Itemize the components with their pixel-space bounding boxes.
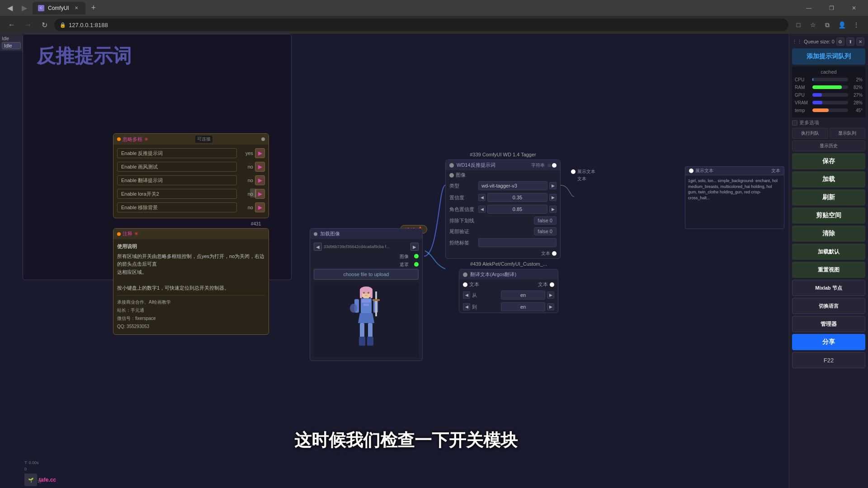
node-431-label: #431 — [251, 221, 261, 226]
queue-upload-icon[interactable]: ⬆ — [846, 38, 854, 46]
browser-tab-comfyui[interactable]: C ComfyUI ✕ — [33, 2, 85, 14]
translate-text-out[interactable] — [550, 282, 554, 287]
share-button[interactable]: 分享 — [792, 334, 865, 350]
load-image-connector-in[interactable] — [314, 232, 317, 236]
save-button[interactable]: 保存 — [792, 153, 865, 169]
queue-actions: ⚙ ⬆ ✕ — [836, 38, 864, 46]
ram-bar-container — [812, 85, 848, 89]
forward-nav-icon[interactable]: ▶ — [18, 2, 31, 14]
f22-badge[interactable]: F22 — [792, 352, 865, 368]
row-arrow-3[interactable]: ▶ — [255, 189, 265, 199]
wd14-conf-dec[interactable]: ◀ — [478, 194, 486, 201]
show-text-right-in[interactable] — [689, 169, 693, 173]
wd14-char-out[interactable] — [552, 163, 557, 168]
browser-chrome: ◀ ▶ C ComfyUI ✕ + — ❐ ✕ ← → ↻ 🔒 127.0.0.… — [0, 0, 868, 34]
tab-history[interactable]: 显示队列 — [830, 128, 866, 139]
back-button[interactable]: ← — [5, 19, 18, 31]
mixlab-button[interactable]: Mixlab 节点 — [792, 280, 865, 296]
cpu-pct: 2% — [850, 77, 863, 82]
translate-from-next[interactable]: ▶ — [547, 291, 554, 299]
canvas-area[interactable]: #407 rgthree 忽略多框 ✳ 可连接 Enable 反推提示词 — [23, 34, 789, 488]
row-arrow-4[interactable]: ▶ — [255, 202, 265, 212]
tab-history2[interactable]: 显示历史 — [792, 141, 865, 151]
reload-button[interactable]: ↻ — [38, 19, 51, 31]
node-439-label: #439 AlekPet/ComfyUI_Custom_... — [470, 261, 547, 267]
translate-text-in[interactable] — [463, 282, 467, 287]
wd14-img-connector[interactable] — [449, 173, 454, 178]
wd14-conf-inc[interactable]: ▶ — [549, 194, 557, 201]
translate-content: 文本 文本 ◀ 从 en ▶ ◀ 到 en ▶ — [459, 280, 558, 313]
tab-queue[interactable]: 执行列队 — [792, 128, 828, 139]
image-next-btn[interactable]: ▶ — [410, 243, 419, 251]
queue-download-icon[interactable]: ✕ — [856, 38, 864, 46]
manager-button[interactable]: 管理器 — [792, 316, 865, 332]
minimize-button[interactable]: — — [798, 0, 819, 16]
tab-close-button[interactable]: ✕ — [73, 5, 80, 12]
show-text-mid-in[interactable] — [571, 169, 576, 174]
vram-pct: 28% — [850, 100, 863, 105]
upload-button[interactable]: choose file to upload — [314, 269, 419, 280]
close-button[interactable]: ✕ — [844, 0, 864, 16]
tab-favicon: C — [38, 5, 44, 11]
character-image-preview — [314, 282, 419, 357]
back-nav-icon[interactable]: ◀ — [4, 2, 16, 14]
row-value-1: no — [237, 164, 255, 169]
queue-menu-icon[interactable]: ⋮⋮ — [792, 39, 802, 45]
refresh-button[interactable]: 刷新 — [792, 189, 865, 206]
paste-button[interactable]: 剪贴空间 — [792, 207, 865, 224]
clear-button[interactable]: 清除 — [792, 225, 865, 242]
extensions-icon[interactable]: ⧉ — [821, 19, 834, 31]
new-tab-button[interactable]: + — [87, 2, 100, 14]
add-prompt-button[interactable]: 保存 添加提示词队列 — [792, 48, 865, 65]
wd14-char-inc[interactable]: ▶ — [549, 206, 557, 213]
wd14-model-value[interactable]: wd-vit-tagger-v3 — [478, 181, 547, 190]
reset-view-button[interactable]: 重置视图 — [792, 262, 865, 278]
wd14-model-next[interactable]: ▶ — [549, 182, 557, 189]
forward-button[interactable]: → — [22, 19, 34, 31]
wd14-char-dec[interactable]: ◀ — [478, 206, 486, 213]
wd14-image-in[interactable] — [449, 163, 454, 168]
row-arrow-0[interactable]: ▶ — [255, 148, 265, 158]
translate-to-next[interactable]: ▶ — [547, 303, 554, 310]
translate-in-connector[interactable] — [463, 272, 467, 277]
wd14-header: WD14反推提示词 字符串 ⊞ — [446, 160, 560, 170]
image-out-connector[interactable] — [414, 254, 419, 258]
wd14-char-val: 0.85 — [487, 205, 547, 214]
gpu-bar — [812, 93, 822, 97]
image-prev-btn[interactable]: ◀ — [314, 243, 322, 251]
translate-to-prev[interactable]: ◀ — [463, 303, 470, 310]
row-value-2: no — [237, 178, 255, 183]
translate-from-prev[interactable]: ◀ — [463, 291, 470, 299]
mask-out-connector[interactable] — [414, 262, 419, 267]
node-translate[interactable]: #439 AlekPet/ComfyUI_Custom_... 翻译文本(Arg… — [459, 269, 558, 313]
load-default-button[interactable]: 加载默认 — [792, 244, 865, 260]
bookmark-icon[interactable]: ☆ — [807, 19, 819, 31]
wd14-text-out-row: 文本 — [446, 249, 560, 258]
wd14-exclude-row: 排除下划线 false 0 — [446, 215, 560, 226]
node-connector-out[interactable] — [261, 137, 265, 141]
node-wd14[interactable]: #339 ComfyUI WD 1.4 Tagger WD14反推提示词 字符串… — [445, 160, 561, 259]
tab-buttons: 执行列队 显示队列 — [792, 128, 865, 139]
load-button[interactable]: 加载 — [792, 171, 865, 188]
screenshot-icon[interactable]: □ — [792, 19, 805, 31]
wd14-text-out-connector[interactable] — [552, 251, 557, 256]
more-options-checkbox[interactable] — [792, 120, 797, 126]
row-value-4: no — [237, 205, 255, 210]
row-arrow-1[interactable]: ▶ — [255, 162, 265, 172]
address-bar[interactable]: 🔒 127.0.0.1:8188 — [54, 19, 788, 31]
node-annotation: 注释 ✳ 使用说明 所有区域的开关由忽略多框组控制，点yes为打开，no为关闭，… — [113, 228, 269, 335]
translate-text-row: 文本 文本 — [459, 280, 558, 289]
switch-lang-button[interactable]: 切换语言 — [792, 298, 865, 314]
translate-header: 翻译文本(Argos翻译) — [459, 269, 558, 280]
annotation-status-dot — [117, 232, 121, 236]
image-preview-container: ◀ 33d96b739cf35642cd4ca6af9cba f... ▶ 图像… — [310, 239, 422, 361]
profile-icon[interactable]: 👤 — [835, 19, 848, 31]
restore-button[interactable]: ❐ — [821, 0, 842, 16]
menu-icon[interactable]: ⋮ — [850, 19, 863, 31]
node-load-image[interactable]: 加载图像 ◀ 33d96b739cf35642cd4ca6af9cba f...… — [310, 228, 423, 361]
wd14-remove-val[interactable] — [478, 238, 557, 247]
ram-bar — [812, 85, 842, 89]
row-arrow-2[interactable]: ▶ — [255, 175, 265, 185]
node-huluo[interactable]: 忽略多框 ✳ 可连接 Enable 反推提示词 yes ▶ — [113, 133, 269, 218]
queue-settings-icon[interactable]: ⚙ — [836, 38, 844, 46]
